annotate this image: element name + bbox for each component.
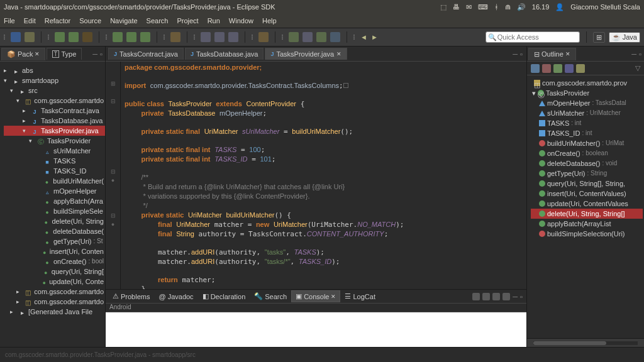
declaration-tab[interactable]: ◧Declaration	[198, 290, 250, 302]
new-icon[interactable]	[11, 32, 21, 42]
tree-row[interactable]: update(Uri, Conte	[4, 277, 105, 287]
menu-edit[interactable]: Edit	[24, 17, 36, 25]
editor-tab-provider[interactable]: J TasksProvider.java ✕	[265, 48, 347, 60]
wifi-icon[interactable]: ⋒	[505, 3, 511, 11]
sort-icon[interactable]	[531, 64, 540, 73]
tree-row[interactable]: delete(Uri, String	[4, 216, 105, 226]
view-menu-icon[interactable]: ▽	[635, 64, 640, 73]
hide-local-icon[interactable]	[576, 64, 585, 73]
print-icon[interactable]: 🖶	[453, 3, 460, 11]
sdk-icon[interactable]	[316, 32, 326, 42]
console-action-4[interactable]	[502, 293, 510, 300]
logcat-tab[interactable]: ☰LogCat	[340, 290, 379, 302]
maximize-icon[interactable]: ▫	[639, 50, 641, 58]
console-action-2[interactable]	[482, 293, 490, 300]
menu-refactor[interactable]: Refactor	[45, 17, 71, 25]
tree-row[interactable]: insert(Uri, Conten	[4, 246, 105, 256]
save-icon[interactable]	[25, 32, 35, 42]
volume-icon[interactable]: 🔊	[517, 3, 526, 11]
console-tab[interactable]: ▣Console✕	[291, 290, 340, 302]
outline-row[interactable]: deleteDatabase(): void	[531, 158, 643, 168]
user-icon[interactable]: 👤	[555, 3, 564, 11]
close-icon[interactable]: ✕	[331, 293, 336, 300]
tree-row[interactable]: ▸TasksContract.java	[4, 106, 105, 116]
outline-row[interactable]: ◫com.gsscoder.smartdo.prov	[531, 78, 643, 88]
menu-project[interactable]: Project	[177, 17, 198, 25]
menu-help[interactable]: Help	[262, 17, 277, 25]
editor-tab-database[interactable]: J TasksDatabase.java	[185, 48, 264, 60]
project-tree[interactable]: ▸abs▾smartdoapp▾src▾com.gsscoder.smartdo…	[0, 62, 105, 347]
minimize-icon[interactable]: ─	[513, 293, 518, 300]
new-class-icon[interactable]	[126, 32, 136, 42]
tree-row[interactable]: ▸abs	[4, 65, 105, 75]
close-icon[interactable]: ✕	[565, 51, 570, 57]
minimize-icon[interactable]: ─	[513, 50, 518, 58]
tree-row[interactable]: buildSimpleSele	[4, 206, 105, 216]
outline-row[interactable]: delete(Uri, String, String[]	[531, 209, 643, 219]
lint-icon[interactable]	[289, 32, 299, 42]
outline-row[interactable]: query(Uri, String[], String,	[531, 178, 643, 189]
problems-tab[interactable]: ⚠Problems	[108, 290, 154, 302]
tree-row[interactable]: ▸com.gsscoder.smartdo	[4, 297, 105, 307]
search-icon[interactable]	[201, 32, 211, 42]
tree-row[interactable]: buildUriMatcher(	[4, 176, 105, 186]
tree-row[interactable]: onCreate(): bool	[4, 256, 105, 266]
menu-file[interactable]: File	[4, 17, 15, 25]
dropbox-icon[interactable]: ⬚	[440, 3, 447, 11]
external-icon[interactable]	[82, 32, 92, 42]
tree-row[interactable]: getType(Uri): St	[4, 236, 105, 246]
hide-fields-icon[interactable]	[542, 64, 551, 73]
open-perspective-button[interactable]: ⊞	[593, 32, 605, 43]
menu-search[interactable]: Search	[147, 17, 169, 25]
tree-row[interactable]: ▾src	[4, 85, 105, 96]
debug-icon[interactable]	[55, 32, 65, 42]
tree-row[interactable]: TASKS_ID	[4, 166, 105, 176]
ant-icon[interactable]	[258, 32, 269, 42]
tree-row[interactable]: ▸[Generated Java File	[4, 307, 105, 317]
java-perspective-button[interactable]: ☕ Java	[609, 32, 640, 43]
tree-row[interactable]: ▾smartdoapp	[4, 75, 105, 85]
tree-row[interactable]: ▸TasksDatabase.java	[4, 116, 105, 126]
quick-access-input[interactable]	[486, 31, 580, 43]
editor-tab-contract[interactable]: J TasksContract.java	[108, 48, 184, 60]
tree-row[interactable]: ▸com.gsscoder.smartdo	[4, 287, 105, 297]
tree-row[interactable]: TASKS	[4, 156, 105, 166]
outline-row[interactable]: insert(Uri, ContentValues)	[531, 189, 643, 199]
outline-tab[interactable]: ⊟ Outline ✕	[528, 48, 576, 60]
code-editor[interactable]: package com.gsscoder.smartdo.provider; i…	[121, 62, 526, 289]
open-type-icon[interactable]	[170, 32, 180, 42]
outline-row[interactable]: mOpenHelper: TasksDatal	[531, 98, 643, 108]
outline-row[interactable]: onCreate(): boolean	[531, 148, 643, 158]
user-name[interactable]: Giacomo Stelluti Scala	[570, 3, 640, 11]
clock[interactable]: 16.19	[532, 3, 550, 11]
back-icon[interactable]: ◄	[360, 33, 367, 41]
bluetooth-icon[interactable]: ᚼ	[494, 3, 499, 11]
mail-icon[interactable]: ✉	[466, 3, 472, 11]
h-scrollbar[interactable]	[527, 338, 644, 347]
hide-non-public-icon[interactable]	[565, 64, 574, 73]
toggle-icon[interactable]	[228, 32, 238, 42]
new-pkg-icon[interactable]	[113, 32, 123, 42]
device-icon[interactable]	[330, 32, 340, 42]
outline-row[interactable]: TASKS_ID: int	[531, 128, 643, 138]
javadoc-tab[interactable]: @Javadoc	[154, 291, 197, 302]
tree-row[interactable]: ▾com.gsscoder.smartdo	[4, 96, 105, 106]
tree-row[interactable]: deleteDatabase(	[4, 226, 105, 236]
outline-row[interactable]: update(Uri, ContentValues	[531, 199, 643, 209]
tree-row[interactable]: mOpenHelper	[4, 186, 105, 196]
hide-static-icon[interactable]	[553, 64, 562, 73]
outline-row[interactable]: applyBatch(ArrayList	[531, 219, 643, 229]
avd-icon[interactable]	[303, 32, 313, 42]
outline-row[interactable]: TASKS: int	[531, 118, 643, 128]
outline-row[interactable]: ▾ⒸTasksProvider	[531, 88, 643, 98]
console-output[interactable]	[106, 312, 526, 347]
gutter[interactable]: ⊞ ⊟ ⊟● ⊟●	[106, 62, 121, 289]
maximize-icon[interactable]: ▫	[100, 50, 103, 58]
tree-row[interactable]: ▾TasksProvider	[4, 136, 105, 146]
menu-source[interactable]: Source	[79, 17, 101, 25]
outline-row[interactable]: buildSimpleSelection(Uri)	[531, 229, 643, 239]
forward-icon[interactable]: ►	[371, 33, 378, 41]
maximize-icon[interactable]: ▫	[520, 50, 523, 58]
tree-row[interactable]: sUriMatcher	[4, 146, 105, 156]
outline-row[interactable]: getType(Uri): String	[531, 168, 643, 178]
